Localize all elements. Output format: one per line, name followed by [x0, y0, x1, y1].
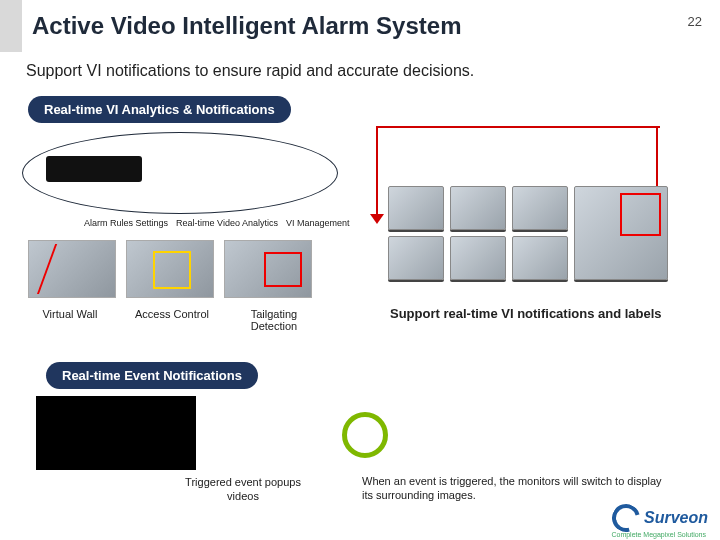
monitor-icon	[450, 236, 506, 280]
monitor-icon	[388, 186, 444, 230]
arrowhead-icon	[370, 214, 384, 224]
pill-analytics: Real-time VI Analytics & Notifications	[28, 96, 291, 123]
monitor-large-icon	[574, 186, 668, 280]
slide-title: Active Video Intelligent Alarm System	[32, 12, 461, 40]
label-access-control: Access Control	[126, 308, 218, 332]
page-number: 22	[688, 14, 702, 29]
title-accent	[0, 0, 22, 52]
event-right-caption: When an event is triggered, the monitors…	[362, 474, 662, 503]
pill-events: Real-time Event Notifications	[46, 362, 258, 389]
logo-text: Surveon	[644, 509, 708, 527]
monitor-caption: Support real-time VI notifications and l…	[390, 306, 662, 321]
analytics-thumb-labels: Virtual Wall Access Control Tailgating D…	[24, 308, 320, 332]
event-popup-caption: Triggered event popups videos	[168, 476, 318, 504]
logo-tagline: Complete Megapixel Solutions	[611, 531, 706, 538]
label-vi-management: VI Management	[286, 218, 350, 228]
monitor-wall	[388, 186, 668, 286]
label-tailgating: Tailgating Detection	[228, 308, 320, 332]
analytics-thumbnails	[28, 240, 312, 298]
monitor-icon	[512, 186, 568, 230]
highlight-circle-icon	[342, 412, 388, 458]
brand-logo: Surveon	[612, 504, 708, 532]
subtitle: Support VI notifications to ensure rapid…	[26, 62, 474, 80]
flow-arrow-icon	[376, 126, 378, 218]
event-popup-video	[36, 396, 196, 470]
label-alarm-rules: Alarm Rules Settings	[84, 218, 168, 228]
device-sublabels: Alarm Rules Settings Real-time Video Ana…	[84, 218, 349, 228]
flow-arrow-icon	[376, 126, 660, 128]
title-bar: Active Video Intelligent Alarm System	[0, 0, 720, 52]
slide: Active Video Intelligent Alarm System 22…	[0, 0, 720, 540]
label-realtime-analytics: Real-time Video Analytics	[176, 218, 278, 228]
thumb-virtual-wall	[28, 240, 116, 298]
thumb-tailgating	[224, 240, 312, 298]
thumb-access-control	[126, 240, 214, 298]
monitor-icon	[512, 236, 568, 280]
flow-arrow-icon	[656, 126, 658, 192]
label-virtual-wall: Virtual Wall	[24, 308, 116, 332]
nvr-device-icon	[46, 156, 142, 182]
monitor-icon	[388, 236, 444, 280]
monitor-icon	[450, 186, 506, 230]
